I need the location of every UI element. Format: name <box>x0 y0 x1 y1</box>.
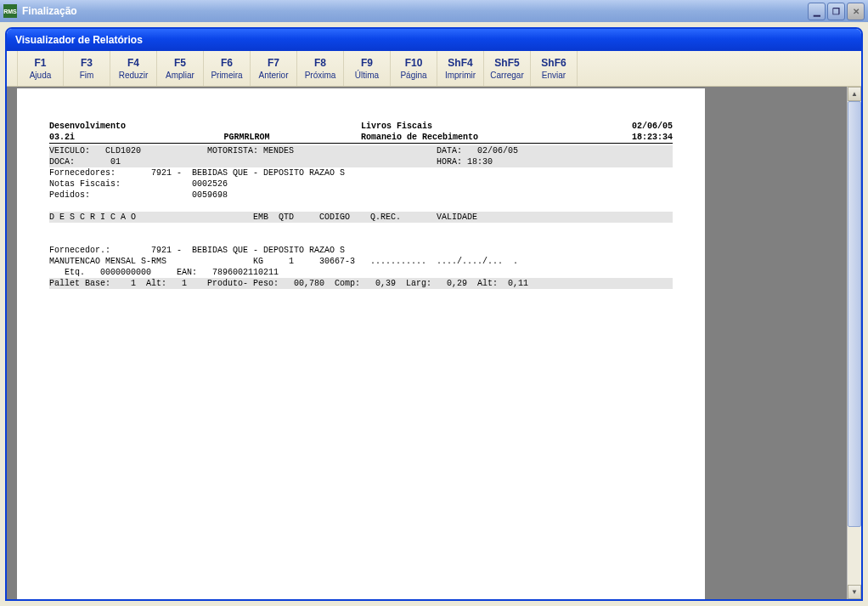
report-content-area: Desenvolvimento Livros Fiscais 02/06/05 … <box>7 87 861 599</box>
toolbar-btn-fim[interactable]: F3 Fim <box>64 51 110 86</box>
scroll-down-button[interactable]: ▼ <box>848 585 861 599</box>
report-header: Desenvolvimento Livros Fiscais 02/06/05 … <box>49 121 673 144</box>
fkey-label: F10 <box>405 57 423 69</box>
inner-window-title: Visualizador de Relatórios <box>15 34 143 46</box>
toolbar-btn-imprimir[interactable]: ShF4 Imprimir <box>437 51 484 86</box>
toolbar-btn-ampliar[interactable]: F5 Ampliar <box>157 51 204 86</box>
hdr-time: 18:23:34 <box>585 132 673 143</box>
toolbar-label: Enviar <box>542 71 566 80</box>
fkey-label: ShF5 <box>494 57 519 69</box>
toolbar-btn-enviar[interactable]: ShF6 Enviar <box>531 51 578 86</box>
app-icon: RMS <box>3 4 17 18</box>
outer-window-title: Finalização <box>22 5 808 17</box>
report-viewer-window: Visualizador de Relatórios F1 Ajuda F3 F… <box>5 27 863 601</box>
toolbar-btn-carregar[interactable]: ShF5 Carregar <box>484 51 531 86</box>
inner-titlebar: Visualizador de Relatórios <box>7 29 861 51</box>
toolbar-label: Página <box>400 71 426 80</box>
minimize-button[interactable]: ▁ <box>808 3 826 20</box>
toolbar-btn-anterior[interactable]: F7 Anterior <box>251 51 297 86</box>
fkey-label: ShF4 <box>448 57 472 69</box>
report-row-pedidos: Pedidos: 0059698 <box>49 190 673 201</box>
report-band-veiculo: VEICULO: CLD1020 MOTORISTA: MENDES DATA:… <box>49 145 673 156</box>
scroll-thumb[interactable] <box>848 101 861 527</box>
scroll-up-button[interactable]: ▲ <box>848 87 861 101</box>
toolbar-btn-ajuda[interactable]: F1 Ajuda <box>17 51 64 86</box>
fkey-label: F3 <box>81 57 93 69</box>
report-row-fornecedor2: Fornecedor.: 7921 - BEBIDAS QUE - DEPOSI… <box>49 245 673 256</box>
report-row-notas: Notas Fiscais: 0002526 <box>49 178 673 190</box>
fkey-label: F8 <box>314 57 326 69</box>
fkey-label: F1 <box>34 57 46 69</box>
fkey-label: F4 <box>127 57 139 69</box>
toolbar-label: Fim <box>80 71 94 80</box>
toolbar-label: Ajuda <box>30 71 52 80</box>
vertical-scrollbar[interactable]: ▲ ▼ <box>847 87 861 599</box>
report-band-doca: DOCA: 01 HORA: 18:30 <box>49 156 673 167</box>
hdr-company: Desenvolvimento <box>49 121 224 132</box>
hdr-title: Romaneio de Recebimento <box>361 132 585 143</box>
toolbar-label: Última <box>355 71 379 80</box>
fkey-label: F6 <box>221 57 233 69</box>
report-row-manutencao: MANUTENCAO MENSAL S-RMS KG 1 30667-3 ...… <box>49 256 673 267</box>
report-page: Desenvolvimento Livros Fiscais 02/06/05 … <box>17 88 705 599</box>
toolbar-label: Anterior <box>258 71 288 80</box>
toolbar-btn-reduzir[interactable]: F4 Reduzir <box>110 51 157 86</box>
toolbar-btn-pagina[interactable]: F10 Página <box>391 51 437 86</box>
toolbar-label: Primeira <box>211 71 242 80</box>
fkey-label: F9 <box>361 57 373 69</box>
fkey-label: ShF6 <box>541 57 566 69</box>
outer-body: Visualizador de Relatórios F1 Ajuda F3 F… <box>0 22 868 606</box>
maximize-button[interactable]: ❐ <box>827 3 845 20</box>
hdr-module: Livros Fiscais <box>361 121 585 132</box>
report-row-etq: Etq. 0000000000 EAN: 7896002110211 <box>49 267 673 278</box>
report-band-descricao: D E S C R I C A O EMB QTD CODIGO Q.REC. … <box>49 212 673 223</box>
toolbar: F1 Ajuda F3 Fim F4 Reduzir F5 Ampliar F6 <box>7 51 861 87</box>
report-row-fornecedores: Fornecedores: 7921 - BEBIDAS QUE - DEPOS… <box>49 167 673 178</box>
toolbar-label: Carregar <box>490 71 523 80</box>
toolbar-btn-primeira[interactable]: F6 Primeira <box>204 51 251 86</box>
hdr-date: 02/06/05 <box>585 121 673 132</box>
toolbar-label: Reduzir <box>119 71 148 80</box>
hdr-version: 03.2i <box>49 132 224 143</box>
application-window: RMS Finalização ▁ ❐ ✕ Visualizador de Re… <box>0 0 868 606</box>
toolbar-btn-ultima[interactable]: F9 Última <box>344 51 391 86</box>
report-band-pallet: Pallet Base: 1 Alt: 1 Produto- Peso: 00,… <box>49 278 673 289</box>
toolbar-btn-proxima[interactable]: F8 Próxima <box>297 51 344 86</box>
toolbar-label: Próxima <box>305 71 336 80</box>
outer-titlebar: RMS Finalização ▁ ❐ ✕ <box>0 0 868 22</box>
close-button[interactable]: ✕ <box>847 3 865 20</box>
toolbar-label: Ampliar <box>166 71 194 80</box>
window-controls: ▁ ❐ ✕ <box>808 3 865 20</box>
toolbar-label: Imprimir <box>445 71 476 80</box>
fkey-label: F5 <box>174 57 186 69</box>
hdr-program: PGRMRLROM <box>224 132 361 143</box>
scroll-track[interactable] <box>848 101 861 585</box>
fkey-label: F7 <box>268 57 279 69</box>
